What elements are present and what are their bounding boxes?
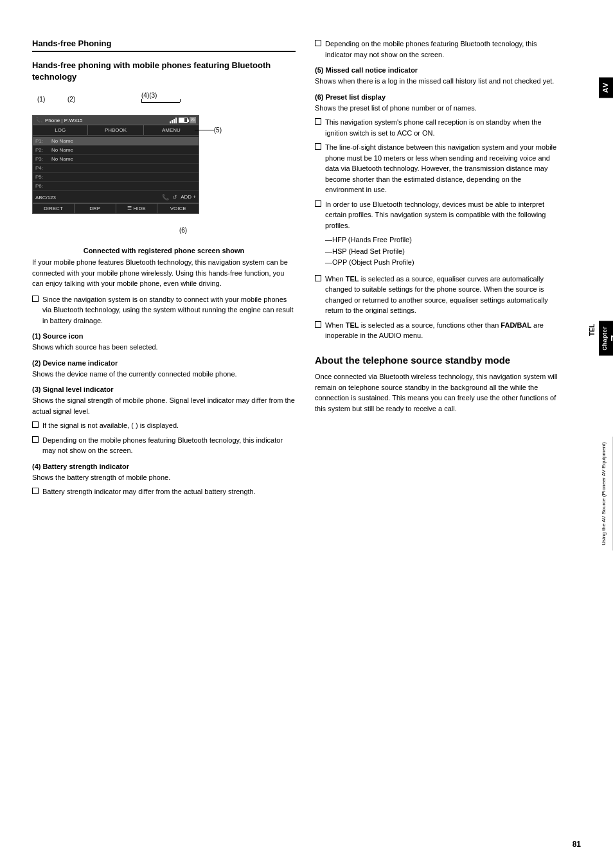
tel-bold-2: TEL xyxy=(346,321,359,329)
checkbox-acc xyxy=(315,118,321,125)
diagram-annotations-top: (1) (2) (4)(3) xyxy=(32,89,218,109)
right-column: Depending on the mobile phones featuring… xyxy=(315,39,559,842)
row-name-p2: No Name xyxy=(51,147,196,153)
bullet-battery-indicator: Battery strength indicator may differ fr… xyxy=(32,486,296,497)
phbook-btn[interactable]: PHBOOK xyxy=(88,125,143,135)
row-name-p3: No Name xyxy=(51,156,196,162)
row-num-p4: P4: xyxy=(35,165,51,171)
checkbox-depending xyxy=(315,40,321,46)
bracket-tick-right xyxy=(180,99,181,102)
bullet-signal-unavail: If the signal is not available, ( ) is d… xyxy=(32,420,296,431)
direct-btn[interactable]: DIRECT xyxy=(33,204,75,213)
voice-btn[interactable]: VOICE xyxy=(157,204,199,213)
bullet-tel-fadbal: When TEL is selected as a source, functi… xyxy=(315,320,559,341)
signal-indicator xyxy=(170,117,177,123)
missed-call-icon: ✉ xyxy=(190,117,196,123)
profile-hsp: —HSP (Head Set Profile) xyxy=(325,246,559,258)
bullet-text-battery: Battery strength indicator may differ fr… xyxy=(42,486,296,497)
profile-list: —HFP (Hands Free Profile) —HSP (Head Set… xyxy=(325,235,559,269)
row-num-p5: P5: xyxy=(35,174,51,180)
log-btn[interactable]: LOG xyxy=(33,125,88,135)
profile-opp: —OPP (Object Push Profile) xyxy=(325,257,559,269)
profile-hfp: —HFP (Hands Free Profile) xyxy=(325,235,559,246)
mid-icons-row: 📞 ↺ ADD + xyxy=(162,194,196,200)
row-num-p3: P3: xyxy=(35,156,51,162)
phone-screen-wrapper: 📞 Phone | P-W315 xyxy=(32,115,206,214)
phone-row-p2: P2: No Name xyxy=(33,146,199,155)
device-name-heading: (2) Device name indicator xyxy=(32,359,296,367)
battery-heading: (4) Battery strength indicator xyxy=(32,463,296,470)
label-5: (5) xyxy=(214,127,222,134)
add-label: ADD + xyxy=(181,194,196,200)
subsection-title: Hands-free phoning with mobile phones fe… xyxy=(32,60,296,83)
bullet-text-tel-fadbal: When TEL is selected as a source, functi… xyxy=(325,320,559,341)
bottom-buttons-row: DIRECT DRP ☰ HIDE VOICE xyxy=(33,203,199,213)
phone-screen-header: 📞 Phone | P-W315 xyxy=(33,116,199,125)
source-icon-heading: (1) Source icon xyxy=(32,332,296,340)
amenu-btn[interactable]: AMENU xyxy=(144,125,199,135)
row-num-p6: P6: xyxy=(35,183,51,189)
bullet-text-tel-eq: When TEL is selected as a source, equali… xyxy=(325,274,559,316)
preset-list-heading: (6) Preset list display xyxy=(315,93,559,101)
label-2: (2) xyxy=(67,96,75,103)
diagram-caption: Connected with registered phone screen s… xyxy=(32,247,296,254)
device-name-desc: Shows the device name of the currently c… xyxy=(32,369,296,380)
bullet-text-depending: Depending on the mobile phones featuring… xyxy=(325,39,559,60)
battery-display xyxy=(179,118,188,123)
checkbox-battery xyxy=(32,488,39,494)
phone-list: P1: No Name P2: No Name P3: No Name xyxy=(33,136,199,192)
row-name-p1: No Name xyxy=(51,138,196,144)
chapter-tab: Chapter 7 xyxy=(599,321,613,356)
phone-mid-row: ABC/123 📞 ↺ ADD + xyxy=(33,192,199,203)
signal-level-desc: Shows the signal strength of mobile phon… xyxy=(32,395,296,416)
status-icons: ✉ xyxy=(170,117,196,123)
label-5-line xyxy=(195,130,214,130)
checkbox-signal xyxy=(32,421,39,428)
phone-icon-small: 📞 xyxy=(35,117,42,123)
bracket-tick-left xyxy=(141,99,142,102)
section-title: Hands-free Phoning xyxy=(32,39,296,52)
missed-call-heading: (5) Missed call notice indicator xyxy=(315,66,559,74)
section2-para: Once connected via Bluetooth wireless te… xyxy=(315,371,559,414)
missed-call-desc: Shows when there is a log in the missed … xyxy=(315,76,559,87)
intro-paragraph: If your mobile phone features Bluetooth … xyxy=(32,257,296,289)
phone-row-p4: P4: xyxy=(33,164,199,173)
abc123-btn[interactable]: ABC/123 xyxy=(35,195,56,200)
tel-label: TEL xyxy=(587,321,599,339)
top-buttons-row: LOG PHBOOK AMENU xyxy=(33,125,199,136)
bullet-text-bt-signal: Depending on the mobile phones featuring… xyxy=(42,435,296,456)
bullet-text-profiles: In order to use Bluetooth technology, de… xyxy=(325,199,559,231)
phone-row-p3: P3: No Name xyxy=(33,155,199,164)
bullet-depending-mobile: Depending on the mobile phones featuring… xyxy=(315,39,559,60)
bullet-line-of-sight: The line-of-sight distance between this … xyxy=(315,142,559,195)
row-num-p1: P1: xyxy=(35,138,51,144)
label-6: (6) xyxy=(71,227,296,234)
signal-bar-4 xyxy=(175,118,177,123)
drp-btn[interactable]: DRP xyxy=(75,204,116,213)
checkbox-bt-signal xyxy=(32,436,39,443)
icon-dial: ↺ xyxy=(172,194,177,200)
hide-btn[interactable]: ☰ HIDE xyxy=(116,204,158,213)
bullet-text-acc: This navigation system's phone call rece… xyxy=(325,117,559,138)
page-number: 81 xyxy=(573,840,581,849)
left-column: Hands-free Phoning Hands-free phoning wi… xyxy=(32,39,296,842)
bullet-text-standby: Since the navigation system is on standb… xyxy=(42,294,296,326)
row-num-p2: P2: xyxy=(35,147,51,153)
phone-title-bar: 📞 Phone | P-W315 xyxy=(35,117,83,123)
signal-bar-1 xyxy=(170,121,171,123)
phone-header-title: Phone | P-W315 xyxy=(45,118,83,123)
bullet-text-los: The line-of-sight distance between this … xyxy=(325,142,559,195)
preset-list-desc: Shows the preset list of phone number or… xyxy=(315,103,559,114)
checkbox-profiles xyxy=(315,200,321,207)
battery-desc: Shows the battery strength of mobile pho… xyxy=(32,472,296,483)
bullet-standby-battery: Since the navigation system is on standb… xyxy=(32,294,296,326)
section2-title: About the telephone source standby mode xyxy=(315,354,559,367)
label-43: (4)(3) xyxy=(141,92,157,99)
chapter-label: Chapter xyxy=(601,326,608,351)
signal-bar-3 xyxy=(173,119,175,123)
checkbox-tel-fadbal xyxy=(315,321,321,328)
icon-phone-small: 📞 xyxy=(162,194,169,200)
battery-fill xyxy=(179,118,184,122)
checkbox-standby xyxy=(32,296,39,302)
checkbox-los xyxy=(315,143,321,150)
